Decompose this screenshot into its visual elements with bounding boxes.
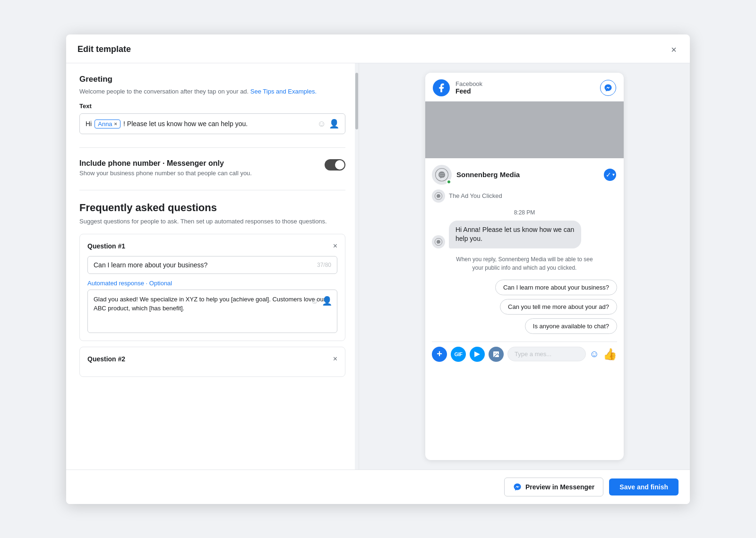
- preview-chat-area: Sonnenberg Media ✓ The Ad You Clicked: [425, 158, 624, 460]
- token-close-icon[interactable]: ×: [114, 121, 117, 127]
- preview-messenger-icon[interactable]: [600, 80, 616, 96]
- preview-in-messenger-button[interactable]: Preview in Messenger: [504, 478, 603, 496]
- facebook-logo: [433, 79, 450, 96]
- toggle-knob: [335, 160, 344, 170]
- suggestion-btn-2[interactable]: Is anyone available to chat?: [525, 318, 617, 334]
- suggestion-btn-0[interactable]: Can I learn more about your business?: [495, 280, 617, 295]
- question-1-card: Question #1 × Can I learn more about you…: [79, 234, 345, 341]
- question-1-num: Question #1: [87, 242, 125, 250]
- chat-bubble-row: Hi Anna! Please let us know how we can h…: [432, 221, 617, 248]
- reply-info: When you reply, Sonnenberg Media will be…: [432, 255, 617, 272]
- gif-button[interactable]: GIF: [451, 347, 466, 362]
- send-button[interactable]: [470, 347, 485, 362]
- svg-point-4: [495, 352, 496, 353]
- question-1-char-count: 37/80: [317, 262, 331, 268]
- right-panel: Facebook Feed: [359, 63, 690, 470]
- bubble-avatar: [432, 235, 445, 248]
- question-1-header: Question #1 ×: [87, 242, 337, 250]
- platform-name: Facebook: [455, 80, 482, 87]
- ad-clicked-row: The Ad You Clicked: [432, 189, 617, 203]
- phone-toggle[interactable]: [325, 159, 345, 171]
- plus-icon: +: [437, 349, 442, 359]
- phone-title: Include phone number · Messenger only: [79, 159, 252, 168]
- section-divider-1: [79, 147, 345, 148]
- modal-footer: Preview in Messenger Save and finish: [66, 470, 690, 504]
- type-placeholder: Type a mes...: [515, 350, 551, 358]
- close-icon[interactable]: ×: [669, 43, 679, 56]
- auto-response-label-1: Automated response · Optional: [87, 280, 337, 287]
- feed-label: Feed: [455, 87, 482, 95]
- greeting-section: Greeting Welcome people to the conversat…: [79, 75, 345, 135]
- suggestion-buttons: Can I learn more about your business? Ca…: [432, 280, 617, 334]
- question-1-text: Can I learn more about your business?: [94, 261, 313, 269]
- preview-header: Facebook Feed: [425, 73, 624, 102]
- preview-phone: Facebook Feed: [425, 73, 624, 460]
- small-brand-avatar: [432, 189, 445, 203]
- left-panel: Greeting Welcome people to the conversat…: [66, 63, 359, 470]
- name-token[interactable]: Anna ×: [94, 120, 120, 128]
- chat-input-row: + GIF Type a mes...: [432, 342, 617, 362]
- greeting-text-input[interactable]: Hi Anna × ! Please let us know how we ca…: [79, 113, 345, 134]
- tips-link[interactable]: See Tips and Examples.: [250, 88, 317, 95]
- greeting-title: Greeting: [79, 75, 345, 84]
- text-prefix: Hi: [86, 120, 92, 128]
- question-1-input[interactable]: Can I learn more about your business? 37…: [87, 256, 337, 274]
- messenger-icon: [513, 483, 522, 491]
- chat-brand-info: Sonnenberg Media: [432, 165, 520, 185]
- chat-brand-row: Sonnenberg Media ✓: [432, 158, 617, 189]
- edit-template-modal: Edit template × Greeting Welcome people …: [66, 34, 690, 504]
- modal-title: Edit template: [77, 44, 131, 54]
- preview-image-placeholder: [425, 102, 624, 158]
- image-button[interactable]: [489, 347, 504, 362]
- text-input-content: Hi Anna × ! Please let us know how we ca…: [86, 120, 318, 128]
- save-and-finish-button[interactable]: Save and finish: [609, 478, 679, 495]
- text-input-icons: ☺ 👤: [318, 119, 339, 129]
- section-divider-2: [79, 190, 345, 190]
- text-field-label: Text: [79, 102, 345, 110]
- chat-like-icon[interactable]: 👍: [603, 348, 617, 361]
- faq-section: Frequently asked questions Suggest quest…: [79, 202, 345, 377]
- online-dot: [447, 179, 451, 184]
- scrollbar-thumb: [355, 73, 358, 129]
- emoji-icon[interactable]: ☺: [318, 119, 326, 129]
- question-2-close-icon[interactable]: ×: [333, 355, 337, 363]
- question-2-card: Question #2 ×: [79, 347, 345, 377]
- modal-header: Edit template ×: [66, 34, 690, 63]
- phone-section: Include phone number · Messenger only Sh…: [79, 159, 345, 177]
- text-suffix: ! Please let us know how we can help you…: [123, 120, 248, 128]
- scrollbar-track[interactable]: [355, 63, 359, 470]
- auto-response-textarea-1[interactable]: Glad you asked! We specialize in XYZ to …: [87, 290, 337, 333]
- plus-button[interactable]: +: [432, 347, 447, 362]
- brand-name: Sonnenberg Media: [456, 171, 520, 179]
- auto-response-text-1: Glad you asked! We specialize in XYZ to …: [94, 295, 331, 328]
- phone-desc: Show your business phone number so that …: [79, 170, 252, 177]
- question-2-header: Question #2 ×: [87, 355, 337, 363]
- textarea-emoji-icon[interactable]: ☺: [310, 295, 319, 307]
- preview-button-label: Preview in Messenger: [525, 483, 594, 491]
- textarea-profile-icon[interactable]: 👤: [322, 295, 332, 307]
- chat-emoji-icon[interactable]: ☺: [590, 349, 599, 359]
- faq-desc: Suggest questions for people to ask. The…: [79, 217, 345, 226]
- modal-body: Greeting Welcome people to the conversat…: [66, 63, 690, 470]
- gif-label: GIF: [455, 351, 463, 357]
- ad-clicked-text: The Ad You Clicked: [449, 192, 502, 199]
- suggestion-btn-1[interactable]: Can you tell me more about your ad?: [500, 299, 617, 315]
- faq-title: Frequently asked questions: [79, 202, 345, 214]
- greeting-desc: Welcome people to the conversation after…: [79, 87, 345, 96]
- verified-badge: ✓: [603, 168, 617, 182]
- type-message-input[interactable]: Type a mes...: [507, 347, 586, 361]
- question-1-close-icon[interactable]: ×: [333, 242, 337, 250]
- phone-info: Include phone number · Messenger only Sh…: [79, 159, 252, 177]
- token-label: Anna: [98, 120, 112, 128]
- brand-avatar: [432, 165, 452, 185]
- chat-timestamp: 8:28 PM: [432, 209, 617, 216]
- question-2-num: Question #2: [87, 355, 125, 363]
- profile-icon[interactable]: 👤: [329, 119, 339, 129]
- chat-bubble: Hi Anna! Please let us know how we can h…: [449, 221, 581, 248]
- preview-header-text: Facebook Feed: [455, 80, 482, 95]
- textarea-icons-1: ☺ 👤: [310, 295, 332, 307]
